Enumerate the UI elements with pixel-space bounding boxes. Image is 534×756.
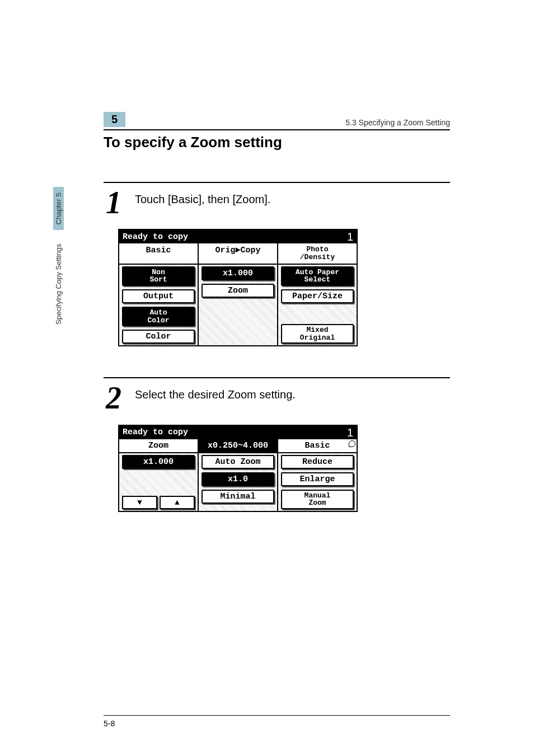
mixed-original-button[interactable]: Mixed Original	[281, 324, 354, 344]
zoom-button[interactable]: Zoom	[202, 284, 274, 298]
tab-basic-return-label: Basic	[305, 441, 330, 450]
paper-size-button[interactable]: Paper/Size	[281, 289, 354, 303]
lcd2-count: 1	[347, 427, 353, 438]
step-1-text: Touch [Basic], then [Zoom].	[135, 189, 270, 206]
tab-zoom[interactable]: Zoom	[119, 439, 199, 452]
reduce-button[interactable]: Reduce	[281, 455, 354, 469]
lcd1-count: 1	[347, 231, 353, 242]
tab-photo-density[interactable]: Photo /Density	[278, 243, 357, 263]
zoom-range-label: x0.250~4.000	[199, 439, 278, 452]
output-button[interactable]: Output	[122, 289, 195, 303]
tab-basic-return[interactable]: Basic	[278, 439, 357, 452]
step-number-1: 1	[104, 189, 121, 217]
header-rule	[104, 129, 450, 130]
color-button[interactable]: Color	[122, 330, 195, 344]
zoom-value-button[interactable]: x1.000	[202, 266, 274, 280]
auto-zoom-button[interactable]: Auto Zoom	[202, 455, 274, 469]
minimal-button[interactable]: Minimal	[202, 490, 274, 504]
step-rule	[104, 182, 450, 183]
running-head: 5.3 Specifying a Zoom Setting	[345, 118, 450, 127]
step-rule-2	[104, 377, 450, 378]
footer-rule	[104, 715, 450, 716]
zoom-down-button[interactable]: ▼	[122, 496, 157, 509]
side-tab: Specifying Copy Settings Chapter 5	[53, 187, 64, 325]
zoom-current-value[interactable]: x1.000	[122, 455, 195, 469]
lcd-screenshot-1: Ready to copy 1 Basic Orig►Copy Photo /D…	[118, 229, 358, 346]
tab-orig-copy[interactable]: Orig►Copy	[199, 243, 278, 263]
auto-paper-select-button[interactable]: Auto Paper Select	[281, 266, 354, 286]
manual-zoom-button[interactable]: Manual Zoom	[281, 490, 354, 509]
page-number: 5-8	[104, 719, 115, 728]
non-sort-button[interactable]: Non Sort	[122, 266, 195, 286]
lcd2-status: Ready to copy	[123, 428, 188, 437]
zoom-up-button[interactable]: ▲	[160, 496, 195, 509]
lcd-screenshot-2: Ready to copy 1 Zoom x0.250~4.000 Basic …	[118, 425, 358, 512]
page-curl-icon	[349, 440, 355, 447]
enlarge-button[interactable]: Enlarge	[281, 472, 354, 486]
lcd1-status: Ready to copy	[123, 232, 188, 242]
auto-color-button[interactable]: Auto Color	[122, 307, 195, 326]
step-number-2: 2	[104, 384, 121, 412]
tab-basic[interactable]: Basic	[119, 243, 199, 263]
side-tab-chapter: Chapter 5	[53, 187, 64, 230]
side-tab-label: Specifying Copy Settings	[54, 243, 63, 325]
x1-button[interactable]: x1.0	[202, 472, 274, 486]
step-2-text: Select the desired Zoom setting.	[135, 384, 296, 401]
chapter-number-box: 5	[104, 112, 125, 127]
section-title: To specify a Zoom setting	[104, 134, 450, 151]
